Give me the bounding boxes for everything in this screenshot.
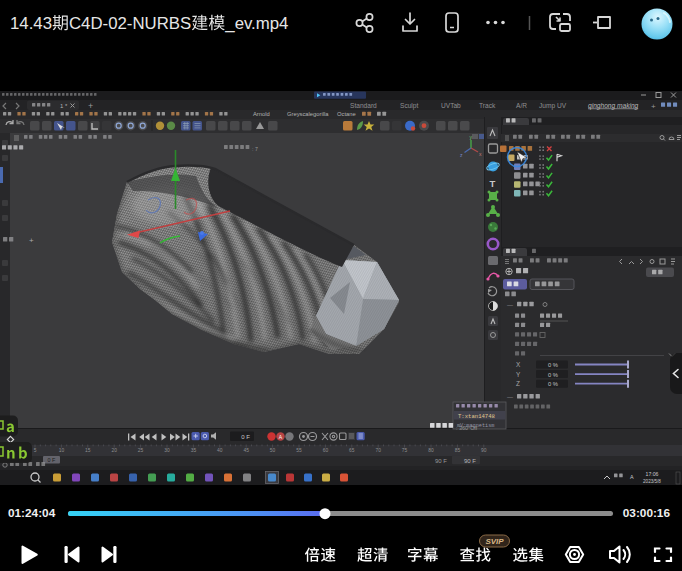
svg-text:+: + [88,101,93,111]
svg-text:C4D-02-NURBS: C4D-02-NURBS [69,14,191,33]
svg-text:85: 85 [455,448,461,453]
svg-text:Track: Track [479,102,496,109]
svg-text:2023/5/8: 2023/5/8 [643,479,661,484]
svg-text:SVIP: SVIP [485,537,504,546]
svg-text:x: x [479,151,482,157]
svg-text:—: — [507,302,513,308]
svg-text:25: 25 [138,448,144,453]
svg-text:+: + [29,236,34,245]
svg-text:A/R: A/R [516,102,527,109]
svg-text:X: X [516,361,521,368]
svg-text:17:06: 17:06 [646,471,659,477]
svg-text:40: 40 [217,448,223,453]
svg-text:Sculpt: Sculpt [400,102,418,110]
svg-text:Octane: Octane [337,111,356,117]
svg-text:Z: Z [516,380,520,387]
svg-text:0 %: 0 % [548,381,558,387]
svg-text:Greyscalegorilla: Greyscalegorilla [287,111,329,117]
svg-text:80: 80 [428,448,434,453]
svg-text:Y: Y [516,371,521,378]
svg-text:Jump UV: Jump UV [539,102,567,110]
svg-text:01:24:04: 01:24:04 [8,506,56,520]
svg-text:+: + [651,102,656,111]
svg-text:90 F: 90 F [464,458,476,464]
svg-text:90: 90 [481,448,487,453]
svg-text:A: A [630,474,634,480]
svg-text:70: 70 [375,448,381,453]
svg-text:30: 30 [164,448,170,453]
svg-text:Standard: Standard [350,102,377,109]
svg-text:20: 20 [111,448,117,453]
svg-text:T:xtan14748: T:xtan14748 [458,413,495,420]
svg-text:0 F: 0 F [48,457,56,463]
svg-text:14.43: 14.43 [10,14,52,33]
svg-text:55: 55 [296,448,302,453]
svg-text:75: 75 [402,448,408,453]
svg-text:0 %: 0 % [548,362,558,368]
svg-text:65: 65 [349,448,355,453]
svg-text:50: 50 [270,448,276,453]
svg-text:: 7: : 7 [252,146,258,152]
svg-text:0 %: 0 % [548,372,558,378]
svg-text:Arnold: Arnold [253,111,270,117]
svg-text:03:00:16: 03:00:16 [623,506,671,520]
svg-text:5: 5 [34,448,37,453]
svg-text:1 *: 1 * [60,103,68,109]
svg-text:15: 15 [85,448,91,453]
svg-text:—: — [507,394,513,400]
svg-text:60: 60 [323,448,329,453]
svg-text:: 360°Off: : 360°Off [456,425,478,431]
svg-text:qinghong making: qinghong making [588,102,639,110]
svg-text:_ev.mp4: _ev.mp4 [224,14,288,33]
svg-text:z: z [460,152,463,158]
svg-text:45: 45 [243,448,249,453]
svg-text:T: T [490,178,496,189]
svg-text:10: 10 [59,448,65,453]
svg-text:UVTab: UVTab [441,102,461,109]
svg-text:0 F: 0 F [241,434,250,440]
svg-text:35: 35 [191,448,197,453]
svg-text:90 F: 90 F [435,458,447,464]
